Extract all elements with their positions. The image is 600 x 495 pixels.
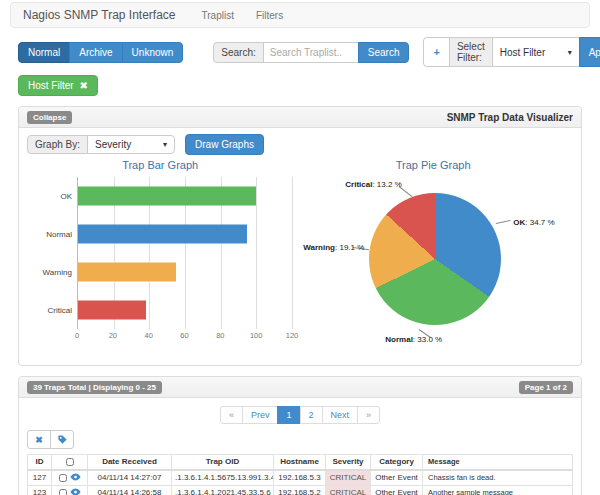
- select-filter-label: Select Filter:: [449, 37, 493, 67]
- x-tick-label: 100: [250, 331, 263, 340]
- trap-oid: .1.3.6.1.4.1.2021.45.33.5.6: [172, 485, 274, 495]
- nav-link-filters[interactable]: Filters: [256, 10, 283, 21]
- trap-bar-graph: Trap Bar Graph OKNormalWarningCritical 0…: [27, 159, 293, 359]
- bar-category-label: OK: [60, 192, 72, 201]
- bar-row-ok: OK: [78, 177, 292, 215]
- trap-category: Other Event: [371, 470, 423, 486]
- header-message: Message: [423, 455, 573, 470]
- view-button-group: Normal Archive Unknown: [18, 42, 183, 63]
- header-category: Category: [371, 455, 423, 470]
- header-oid: Trap OID: [172, 455, 274, 470]
- pie-label-warning: Warning: 19.1 %: [303, 243, 364, 252]
- trap-message: Chassis fan is dead.: [423, 470, 573, 486]
- view-trap-icon[interactable]: [70, 473, 81, 483]
- trap-hostname: 192.168.5.2: [274, 485, 326, 495]
- nav-link-traplist[interactable]: Traplist: [202, 10, 234, 21]
- bar-row-warning: Warning: [78, 253, 292, 291]
- trap-severity: CRITICAL: [326, 470, 371, 486]
- header-hostname: Hostname: [274, 455, 326, 470]
- bar-plot-area: OKNormalWarningCritical: [77, 177, 292, 329]
- traps-panel-heading: 39 Traps Total | Displaying 0 - 25 Page …: [19, 377, 581, 398]
- view-unknown-button[interactable]: Unknown: [122, 42, 184, 63]
- visualizer-title: SNMP Trap Data Visualizer: [447, 112, 573, 123]
- traps-table: ID Date Received Trap OID Hostname Sever…: [27, 454, 573, 495]
- bar-chart-title: Trap Bar Graph: [27, 159, 293, 171]
- graph-by-row: Graph By: Severity ▾ Draw Graphs: [27, 134, 573, 155]
- active-filter-tag-label: Host Filter: [28, 79, 74, 92]
- x-tick-label: 60: [180, 331, 188, 340]
- graph-by-group: Graph By: Severity ▾: [27, 135, 175, 154]
- graph-by-select[interactable]: Severity ▾: [87, 135, 175, 154]
- pie-label-normal: Normal: 33.0 %: [385, 335, 442, 344]
- trap-select-cell: [52, 485, 88, 495]
- active-filter-tag[interactable]: Host Filter ✖: [18, 75, 98, 96]
- bar-warning: [78, 263, 176, 282]
- header-select: [52, 455, 88, 470]
- trap-id: 123: [28, 485, 52, 495]
- page-next[interactable]: Next: [322, 406, 359, 424]
- plus-icon: +: [433, 46, 439, 58]
- trap-select-cell: [52, 470, 88, 486]
- visualizer-panel: Collapse SNMP Trap Data Visualizer Graph…: [18, 106, 582, 366]
- trap-pie-graph: Trap Pie Graph Critical: 13.2 % OK: 34.7…: [293, 159, 573, 359]
- filter-select-value: Host Filter: [500, 47, 546, 58]
- deselect-all-button[interactable]: ✖: [27, 430, 51, 449]
- page-last[interactable]: »: [357, 406, 380, 424]
- table-row: 127 04/11/14 14:27:07 .1.3.6.1.4.1.5675.…: [28, 470, 573, 486]
- search-button[interactable]: Search: [358, 42, 410, 63]
- bar-x-axis: 020406080100120: [77, 329, 292, 341]
- table-header-row: ID Date Received Trap OID Hostname Sever…: [28, 455, 573, 470]
- tag-icon: [57, 434, 68, 445]
- header-id: ID: [28, 455, 52, 470]
- bar-row-normal: Normal: [78, 215, 292, 253]
- pie-label-critical: Critical: 13.2 %: [345, 180, 401, 189]
- collapse-button[interactable]: Collapse: [27, 111, 72, 124]
- caret-down-icon: ▾: [568, 48, 572, 57]
- traps-panel: 39 Traps Total | Displaying 0 - 25 Page …: [18, 376, 582, 495]
- trap-oid: .1.3.6.1.4.1.5675.13.991.3.4: [172, 470, 274, 486]
- page-2[interactable]: 2: [300, 406, 323, 424]
- graph-by-label: Graph By:: [27, 135, 88, 154]
- draw-graphs-button[interactable]: Draw Graphs: [185, 134, 264, 155]
- navbar: Nagios SNMP Trap Interface Traplist Filt…: [10, 2, 590, 28]
- header-date: Date Received: [88, 455, 172, 470]
- bar-category-label: Warning: [43, 268, 73, 277]
- trap-date: 04/11/14 14:27:07: [88, 470, 172, 486]
- trap-message: Another sample message: [423, 485, 573, 495]
- bar-category-label: Critical: [48, 306, 72, 315]
- page-first[interactable]: «: [220, 406, 243, 424]
- add-filter-button[interactable]: +: [423, 37, 449, 67]
- page-badge: Page 1 of 2: [519, 381, 573, 394]
- trap-category: Other Event: [371, 485, 423, 495]
- toolbar: Normal Archive Unknown Search: Search + …: [18, 37, 582, 67]
- bar-critical: [78, 301, 146, 320]
- graph-by-value: Severity: [95, 139, 131, 150]
- pagination: « Prev 1 2 Next »: [27, 406, 573, 424]
- x-tick-label: 20: [109, 331, 117, 340]
- view-normal-button[interactable]: Normal: [18, 42, 70, 63]
- view-archive-button[interactable]: Archive: [69, 42, 122, 63]
- select-all-checkbox[interactable]: [66, 458, 74, 466]
- search-group: Search: Search: [213, 42, 409, 63]
- page-1[interactable]: 1: [277, 406, 300, 424]
- trap-date: 04/11/14 14:26:58: [88, 485, 172, 495]
- bar-ok: [78, 187, 256, 206]
- charts-area: Trap Bar Graph OKNormalWarningCritical 0…: [27, 159, 573, 359]
- x-icon: ✖: [35, 435, 43, 445]
- app-title: Nagios SNMP Trap Interface: [23, 8, 176, 22]
- view-trap-icon[interactable]: [70, 488, 81, 495]
- search-input[interactable]: [263, 42, 359, 63]
- pie: [369, 193, 501, 325]
- tag-traps-button[interactable]: [50, 430, 74, 449]
- row-checkbox[interactable]: [59, 474, 67, 482]
- filter-select[interactable]: Host Filter ▾: [492, 37, 580, 67]
- table-row: 123 04/11/14 14:26:58 .1.3.6.1.4.1.2021.…: [28, 485, 573, 495]
- row-checkbox[interactable]: [59, 489, 67, 495]
- caret-down-icon: ▾: [163, 140, 167, 149]
- bar-normal: [78, 225, 247, 244]
- page-prev[interactable]: Prev: [242, 406, 279, 424]
- apply-filter-button[interactable]: Apply: [579, 37, 600, 67]
- pie-chart-title: Trap Pie Graph: [293, 159, 573, 171]
- trap-severity: CRITICAL: [326, 485, 371, 495]
- traps-panel-body: « Prev 1 2 Next » ✖ ID Date Received Tra…: [19, 398, 581, 495]
